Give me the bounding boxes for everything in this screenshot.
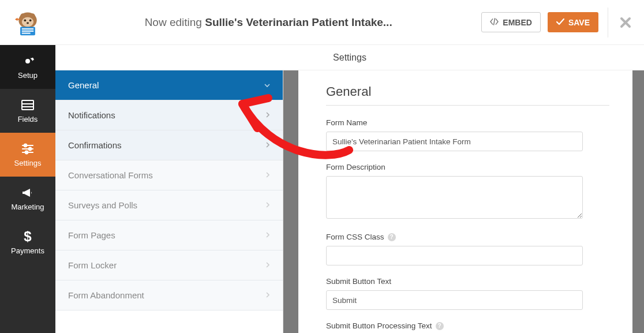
chevron-right-icon (265, 261, 270, 270)
svg-point-3 (22, 17, 33, 27)
content-scroll[interactable]: General Notifications Confirmations (55, 70, 644, 333)
field-form-description: Form Description (326, 163, 609, 221)
form-name-input[interactable] (326, 132, 583, 151)
svg-point-15 (24, 144, 27, 147)
panel-item-conversational[interactable]: Conversational Forms (55, 160, 283, 190)
settings-list[interactable]: General Notifications Confirmations (55, 70, 283, 333)
svg-rect-9 (22, 30, 33, 31)
main-area: Setup Fields Settings Marketing $ Paymen… (0, 45, 644, 333)
field-form-css: Form CSS Class ? (326, 233, 609, 265)
left-nav: Setup Fields Settings Marketing $ Paymen… (0, 45, 55, 333)
panel-label: Form Locker (68, 260, 117, 270)
form-settings-area: General Form Name Form Description Form … (298, 70, 632, 333)
bullhorn-icon (21, 186, 35, 200)
editing-form-name: Sullie's Veterinarian Patient Intake... (205, 16, 392, 28)
chevron-right-icon (265, 111, 270, 119)
dollar-icon: $ (21, 230, 35, 244)
brand-logo (0, 0, 55, 45)
right-gutter (632, 70, 644, 333)
help-icon[interactable]: ? (388, 233, 396, 241)
panel-item-notifications[interactable]: Notifications (55, 100, 283, 130)
gutter-strip (283, 70, 298, 333)
svg-point-6 (27, 22, 29, 24)
panel-item-confirmations[interactable]: Confirmations (55, 130, 283, 160)
svg-rect-10 (22, 32, 31, 33)
svg-point-5 (29, 19, 32, 21)
panel-label: Form Pages (68, 230, 115, 240)
nav-setup[interactable]: Setup (0, 45, 55, 89)
field-submit-text: Submit Button Text (326, 277, 609, 310)
check-icon (556, 18, 564, 27)
nav-marketing[interactable]: Marketing (0, 177, 55, 220)
form-css-input[interactable] (326, 246, 583, 265)
embed-button[interactable]: EMBED (481, 12, 541, 32)
editing-title: Now editing Sullie's Veterinarian Patien… (55, 16, 481, 29)
chevron-right-icon (265, 201, 270, 209)
svg-point-19 (25, 151, 28, 154)
panel-label: Conversational Forms (68, 170, 153, 180)
divider (608, 8, 608, 38)
chevron-down-icon (264, 81, 270, 89)
sliders-icon (21, 142, 35, 156)
top-actions: EMBED SAVE (481, 8, 644, 38)
submit-text-label: Submit Button Text (326, 277, 609, 286)
panel-item-form-pages[interactable]: Form Pages (55, 220, 283, 250)
chevron-right-icon (265, 141, 270, 149)
panel-label: General (68, 80, 99, 90)
top-bar: Now editing Sullie's Veterinarian Patien… (0, 0, 644, 45)
form-name-label: Form Name (326, 118, 609, 127)
content-column: Settings General Notifications (55, 45, 644, 333)
nav-payments-label: Payments (11, 246, 44, 255)
save-button[interactable]: SAVE (548, 12, 598, 32)
panel-label: Form Abandonment (68, 290, 144, 300)
nav-fields[interactable]: Fields (0, 89, 55, 133)
nav-setup-label: Setup (18, 71, 38, 80)
nav-settings[interactable]: Settings (0, 133, 55, 177)
close-button[interactable] (620, 17, 631, 28)
svg-point-4 (24, 19, 27, 21)
nav-fields-label: Fields (18, 115, 38, 124)
gear-icon (21, 54, 35, 68)
submit-text-input[interactable] (326, 290, 583, 310)
panel-label: Notifications (68, 110, 115, 120)
help-icon[interactable]: ? (436, 322, 444, 330)
settings-header: Settings (55, 45, 644, 70)
chevron-right-icon (265, 291, 270, 300)
chevron-right-icon (265, 171, 270, 179)
nav-settings-label: Settings (14, 159, 42, 167)
svg-point-17 (29, 148, 32, 151)
field-submit-processing: Submit Button Processing Text ? (326, 321, 609, 330)
embed-label: EMBED (503, 18, 532, 27)
panel-label: Confirmations (68, 140, 122, 150)
panel-item-form-locker[interactable]: Form Locker (55, 250, 283, 280)
nav-payments[interactable]: $ Payments (0, 220, 55, 264)
svg-rect-8 (22, 28, 33, 29)
panel-item-surveys[interactable]: Surveys and Polls (55, 190, 283, 220)
form-description-label: Form Description (326, 163, 609, 171)
settings-panel: General Notifications Confirmations (55, 70, 283, 333)
panel-item-general[interactable]: General (55, 70, 283, 100)
save-label: SAVE (568, 18, 590, 27)
list-icon (21, 98, 35, 112)
panel-item-form-abandonment[interactable]: Form Abandonment (55, 280, 283, 310)
nav-marketing-label: Marketing (11, 203, 44, 211)
form-description-input[interactable] (326, 176, 583, 219)
section-heading: General (326, 84, 609, 106)
embed-icon (490, 18, 499, 27)
submit-processing-label: Submit Button Processing Text ? (326, 321, 609, 330)
chevron-right-icon (265, 231, 270, 240)
svg-text:$: $ (24, 229, 32, 244)
field-form-name: Form Name (326, 118, 609, 151)
form-css-label: Form CSS Class ? (326, 233, 609, 241)
panel-label: Surveys and Polls (68, 200, 137, 210)
editing-prefix: Now editing (145, 16, 205, 28)
svg-rect-11 (22, 100, 33, 110)
